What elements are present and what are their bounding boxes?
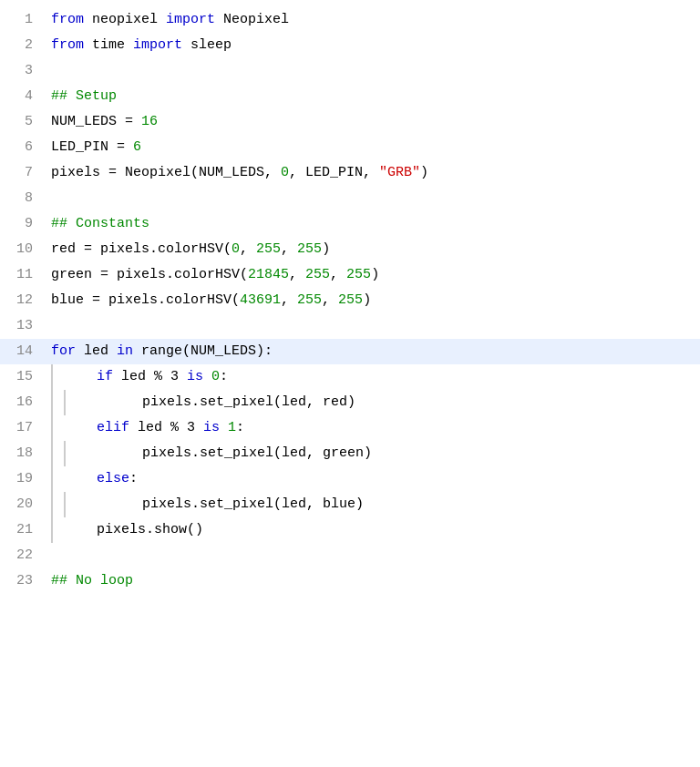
code-token: pixels.set_pixel(led, blue) — [77, 496, 364, 512]
code-token — [64, 471, 97, 486]
code-token — [64, 420, 97, 435]
line-number: 15 — [0, 364, 47, 390]
line-number: 16 — [0, 390, 47, 415]
code-line: 11green = pixels.colorHSV(21845, 255, 25… — [0, 262, 700, 288]
code-token: led % 3 — [129, 420, 203, 435]
code-token: led — [76, 343, 117, 359]
code-token: time — [84, 37, 133, 53]
indent-bar-1 — [51, 364, 64, 390]
code-line: 17 elif led % 3 is 1: — [0, 415, 700, 441]
code-token: ) — [420, 165, 428, 180]
code-line: 23## No loop — [0, 568, 700, 594]
code-line: 16 pixels.set_pixel(led, red) — [0, 390, 700, 415]
indent-bar-1 — [51, 517, 64, 543]
code-token: , — [330, 267, 346, 282]
code-token: ) — [371, 267, 379, 282]
line-number: 7 — [0, 160, 47, 186]
line-number: 17 — [0, 415, 47, 441]
code-token: ## Setup — [51, 88, 117, 104]
code-line: 7pixels = Neopixel(NUM_LEDS, 0, LED_PIN,… — [0, 160, 700, 186]
line-content: pixels.show() — [47, 517, 700, 543]
indent-bar-1 — [51, 390, 64, 415]
line-number: 2 — [0, 33, 47, 58]
line-content: ## Setup — [47, 84, 700, 109]
code-token: is — [187, 369, 203, 384]
code-line: 18 pixels.set_pixel(led, green) — [0, 441, 700, 466]
code-line: 5NUM_LEDS = 16 — [0, 109, 700, 135]
code-line: 12blue = pixels.colorHSV(43691, 255, 255… — [0, 288, 700, 313]
code-token: "GRB" — [379, 165, 420, 180]
code-token: 255 — [297, 292, 322, 308]
line-number: 20 — [0, 492, 47, 517]
code-editor: 1from neopixel import Neopixel2from time… — [0, 0, 700, 601]
indent-bar-1 — [51, 415, 64, 441]
line-number: 1 — [0, 7, 47, 33]
line-number: 21 — [0, 517, 47, 543]
code-token: 21845 — [248, 267, 289, 282]
code-token — [133, 343, 141, 359]
code-token: LED_PIN = — [51, 139, 133, 155]
line-number: 3 — [0, 58, 47, 84]
line-content: pixels.set_pixel(led, blue) — [47, 492, 700, 517]
code-line: 19 else: — [0, 466, 700, 492]
line-number: 6 — [0, 135, 47, 160]
code-line: 9## Constants — [0, 211, 700, 237]
code-line: 10red = pixels.colorHSV(0, 255, 255) — [0, 237, 700, 262]
indent-bar-2 — [64, 492, 77, 517]
indent-bar-1 — [51, 466, 64, 492]
code-line: 3 — [0, 58, 700, 84]
line-content: for led in range(NUM_LEDS): — [47, 339, 700, 364]
line-number: 22 — [0, 543, 47, 568]
code-token: sleep — [182, 37, 232, 53]
code-token: 255 — [346, 267, 371, 282]
code-token: blue = pixels.colorHSV( — [51, 292, 240, 308]
code-token: pixels.set_pixel(led, red) — [77, 394, 355, 410]
line-content: if led % 3 is 0: — [47, 364, 700, 390]
code-token: Neopixel — [215, 12, 289, 27]
code-token: : — [220, 369, 228, 384]
code-token: , — [240, 241, 256, 257]
code-line: 20 pixels.set_pixel(led, blue) — [0, 492, 700, 517]
code-token: , LED_PIN, — [289, 165, 379, 180]
code-token: 6 — [133, 139, 141, 155]
line-number: 18 — [0, 441, 47, 466]
line-content: from time import sleep — [47, 33, 700, 58]
line-content: red = pixels.colorHSV(0, 255, 255) — [47, 237, 700, 262]
code-token: pixels = Neopixel(NUM_LEDS, — [51, 165, 281, 180]
code-token — [64, 369, 97, 384]
line-number: 10 — [0, 237, 47, 262]
line-number: 5 — [0, 109, 47, 135]
code-line: 14for led in range(NUM_LEDS): — [0, 339, 700, 364]
line-content: pixels.set_pixel(led, red) — [47, 390, 700, 415]
code-token: range — [141, 343, 182, 359]
code-token: 16 — [141, 114, 158, 129]
code-line: 22 — [0, 543, 700, 568]
line-content: blue = pixels.colorHSV(43691, 255, 255) — [47, 288, 700, 313]
code-token — [203, 369, 211, 384]
code-token: pixels.show() — [64, 522, 203, 537]
line-content: else: — [47, 466, 700, 492]
code-token: red = pixels.colorHSV( — [51, 241, 232, 257]
code-token: elif — [97, 420, 129, 435]
code-token: , — [281, 241, 297, 257]
line-content: elif led % 3 is 1: — [47, 415, 700, 441]
code-line: 8 — [0, 186, 700, 211]
line-number: 23 — [0, 568, 47, 594]
code-token: NUM_LEDS = — [51, 114, 141, 129]
code-token: 255 — [297, 241, 322, 257]
line-number: 11 — [0, 262, 47, 288]
code-line: 1from neopixel import Neopixel — [0, 7, 700, 33]
code-token: import — [133, 37, 182, 53]
code-token: from — [51, 37, 84, 53]
code-token: from — [51, 12, 84, 27]
code-token: for — [51, 343, 76, 359]
code-token — [220, 420, 228, 435]
code-line: 15 if led % 3 is 0: — [0, 364, 700, 390]
code-token: : — [129, 471, 138, 486]
code-token: neopixel — [84, 12, 166, 27]
code-line: 6LED_PIN = 6 — [0, 135, 700, 160]
line-content: pixels = Neopixel(NUM_LEDS, 0, LED_PIN, … — [47, 160, 700, 186]
code-token: , — [289, 267, 305, 282]
line-content: pixels.set_pixel(led, green) — [47, 441, 700, 466]
code-token: 0 — [281, 165, 289, 180]
